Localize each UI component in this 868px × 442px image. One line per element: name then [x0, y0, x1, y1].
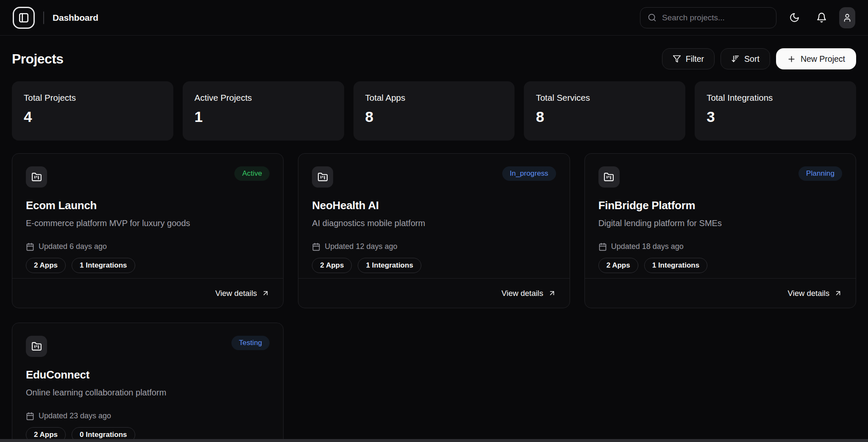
bell-icon [816, 12, 827, 23]
user-icon [843, 13, 852, 22]
folder-kanban-icon [317, 172, 328, 182]
status-badge: Testing [231, 336, 270, 350]
integrations-count-pill: 1 Integrations [358, 258, 421, 273]
header-divider [43, 11, 44, 24]
panel-left-icon [18, 12, 29, 23]
stat-label: Total Services [536, 93, 673, 103]
project-icon-tile [26, 166, 47, 188]
arrow-up-right-icon [262, 289, 270, 297]
page-actions: Filter Sort New Project [662, 48, 856, 69]
sort-icon [731, 55, 740, 63]
project-card: In_progress NeoHealth AI AI diagnostics … [298, 153, 570, 308]
page-header: Projects Filter Sort [12, 48, 856, 69]
user-avatar-button[interactable] [839, 7, 855, 28]
apps-count-pill: 2 Apps [312, 258, 352, 273]
project-description: E-commerce platform MVP for luxury goods [26, 218, 270, 228]
project-updated: Updated 18 days ago [598, 242, 842, 251]
integrations-count-pill: 1 Integrations [644, 258, 707, 273]
folder-kanban-icon [31, 172, 42, 182]
view-details-label: View details [788, 289, 829, 298]
view-details-link[interactable]: View details [788, 289, 842, 298]
stat-value: 4 [24, 108, 161, 125]
sidebar-toggle-button[interactable] [13, 7, 35, 29]
project-card: Testing EduConnect Online learning colla… [12, 323, 284, 442]
project-description: Online learning collaboration platform [26, 388, 270, 398]
search-icon [648, 13, 657, 22]
project-updated-label: Updated 23 days ago [39, 412, 111, 420]
project-icon-tile [312, 166, 333, 188]
calendar-icon [598, 243, 607, 251]
stats-row: Total Projects 4 Active Projects 1 Total… [12, 81, 856, 141]
project-card-body: Planning FinBridge Platform Digital lend… [585, 154, 856, 278]
status-badge: Active [234, 166, 270, 181]
stat-label: Active Projects [195, 93, 332, 103]
folder-kanban-icon [31, 341, 42, 352]
project-card: Planning FinBridge Platform Digital lend… [584, 153, 856, 308]
view-details-label: View details [215, 289, 257, 298]
project-icon-tile [598, 166, 620, 188]
arrow-up-right-icon [834, 289, 842, 297]
project-updated-label: Updated 6 days ago [39, 242, 107, 251]
top-bar: Dashboard [0, 0, 868, 36]
project-card-footer: View details [298, 278, 569, 308]
view-details-link[interactable]: View details [501, 289, 556, 298]
sort-button[interactable]: Sort [721, 48, 770, 69]
plus-icon [787, 55, 796, 64]
status-badge: In_progress [502, 166, 556, 181]
project-updated: Updated 12 days ago [312, 242, 556, 251]
project-card-body: Active Ecom Launch E-commerce platform M… [12, 154, 283, 278]
project-title: EduConnect [26, 368, 270, 381]
project-title: FinBridge Platform [598, 199, 842, 212]
project-counts: 2 Apps 1 Integrations [312, 258, 556, 273]
arrow-up-right-icon [548, 289, 556, 297]
folder-kanban-icon [604, 172, 614, 182]
filter-icon [673, 55, 681, 63]
calendar-icon [26, 243, 34, 251]
sort-button-label: Sort [744, 54, 760, 64]
stat-label: Total Integrations [707, 93, 844, 103]
search-box[interactable] [640, 7, 776, 28]
theme-toggle-button[interactable] [785, 8, 804, 27]
project-updated: Updated 6 days ago [26, 242, 270, 251]
new-project-button-label: New Project [801, 54, 845, 64]
stat-card: Total Services 8 [524, 81, 685, 141]
projects-grid: Active Ecom Launch E-commerce platform M… [12, 153, 856, 442]
project-card-footer: View details [12, 278, 283, 308]
calendar-icon [26, 412, 34, 420]
project-description: AI diagnostics mobile platform [312, 218, 556, 228]
stat-card: Active Projects 1 [183, 81, 344, 141]
page-title: Projects [12, 51, 63, 67]
stat-value: 8 [536, 108, 673, 125]
filter-button-label: Filter [686, 54, 704, 64]
stat-value: 8 [365, 108, 503, 125]
filter-button[interactable]: Filter [662, 48, 715, 69]
project-description: Digital lending platform for SMEs [598, 218, 842, 228]
project-card-body: In_progress NeoHealth AI AI diagnostics … [298, 154, 569, 278]
stat-label: Total Projects [24, 93, 161, 103]
project-title: Ecom Launch [26, 199, 270, 212]
search-input[interactable] [662, 13, 769, 22]
apps-count-pill: 2 Apps [598, 258, 638, 273]
project-card: Active Ecom Launch E-commerce platform M… [12, 153, 284, 308]
project-title: NeoHealth AI [312, 199, 556, 212]
moon-icon [789, 12, 800, 23]
notifications-button[interactable] [812, 8, 831, 27]
view-details-link[interactable]: View details [215, 289, 270, 298]
project-icon-tile [26, 336, 47, 357]
main-content: Projects Filter Sort [0, 48, 868, 442]
stat-label: Total Apps [365, 93, 503, 103]
project-counts: 2 Apps 1 Integrations [26, 258, 270, 273]
calendar-icon [312, 243, 320, 251]
stat-card: Total Projects 4 [12, 81, 173, 141]
stat-card: Total Integrations 3 [695, 81, 856, 141]
view-details-label: View details [501, 289, 543, 298]
app-title: Dashboard [53, 13, 98, 23]
project-card-body: Testing EduConnect Online learning colla… [12, 323, 283, 442]
new-project-button[interactable]: New Project [776, 48, 856, 69]
stat-value: 3 [707, 108, 844, 125]
project-counts: 2 Apps 1 Integrations [598, 258, 842, 273]
integrations-count-pill: 1 Integrations [72, 258, 135, 273]
stat-value: 1 [195, 108, 332, 125]
bottom-scrollbar[interactable] [0, 439, 868, 442]
apps-count-pill: 2 Apps [26, 258, 66, 273]
